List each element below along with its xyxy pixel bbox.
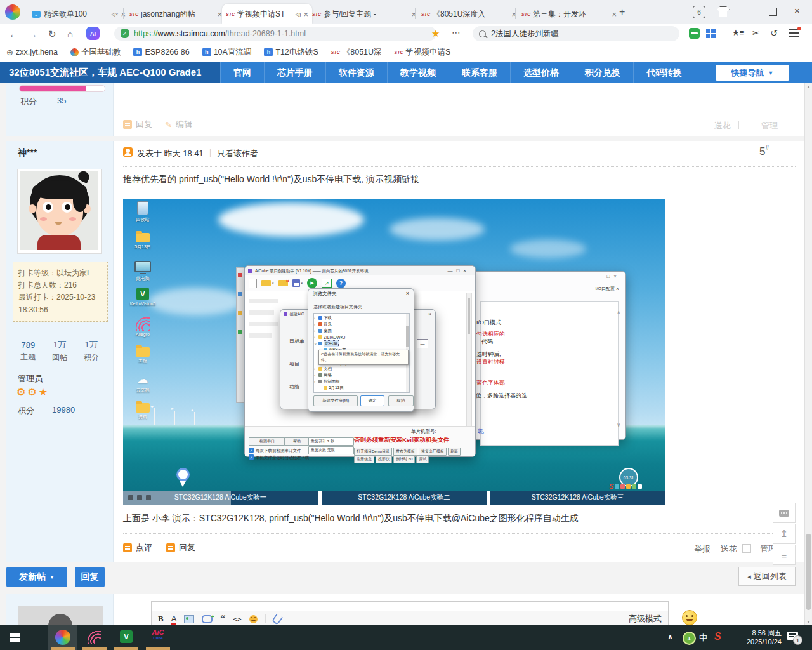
minimize-button[interactable]: — [743, 5, 752, 15]
thread-list-button[interactable]: ≡ [773, 545, 796, 565]
running-indicator [146, 647, 170, 650]
bookmark-item[interactable]: hT12电烙铁S [264, 47, 318, 58]
stat-replies[interactable]: 1万回帖 [44, 339, 76, 363]
more-actions-icon[interactable]: ⋯ [452, 27, 461, 37]
ai-assistant-icon[interactable]: AI [86, 27, 100, 40]
editor-box[interactable]: B A + “ <> 高级模式 [151, 601, 669, 625]
quote-icon[interactable]: “ [220, 616, 225, 621]
image-icon[interactable] [184, 615, 194, 623]
bookmark-star-icon[interactable]: ★ [431, 28, 440, 39]
back-to-top-button[interactable]: ↥ [773, 524, 796, 544]
manage-link[interactable]: 管理 [761, 120, 778, 131]
only-author-link[interactable]: 只看该作者 [217, 148, 258, 159]
tray-expand-icon[interactable]: ∧ [667, 633, 673, 641]
menu-icon[interactable] [789, 29, 799, 37]
manage-checkbox[interactable] [742, 544, 751, 553]
apps-grid-icon[interactable] [706, 29, 716, 38]
new-thread-button[interactable]: 发新帖▼ [6, 567, 67, 587]
emoji-laugh-icon[interactable] [682, 610, 697, 625]
manage-checkbox[interactable] [738, 121, 747, 129]
post-image-screenshot[interactable]: * * * 回收站 5月13日 此电脑 V [123, 199, 665, 505]
scissors-icon[interactable]: ✂ [752, 28, 760, 38]
reply-link[interactable]: 回复 [136, 119, 152, 130]
clock[interactable]: 8:56 周五 2025/10/24 [728, 628, 782, 646]
start-button[interactable] [10, 633, 20, 642]
author-name[interactable]: 神*** [18, 147, 37, 159]
favorites-list-icon[interactable]: ★≡ [732, 28, 744, 37]
tab-8051u[interactable]: STC 《8051U深度入 × [417, 4, 520, 24]
comments-widget-button[interactable] [773, 503, 796, 523]
url-field[interactable]: ✓ https://www.stcaimcu.com/thread-20689-… [114, 27, 436, 41]
nav-item-codeconv[interactable]: 代码转换 [633, 62, 695, 83]
tab-jasonzhang[interactable]: STC jasonzhang的帖 × [126, 4, 226, 24]
notification-icon[interactable]: 1 [787, 632, 798, 640]
close-icon[interactable]: × [217, 10, 222, 19]
close-window-button[interactable]: × [794, 5, 800, 16]
scroll-up-arrow[interactable]: ▲ [806, 84, 811, 89]
stat-points[interactable]: 1万积分 [75, 339, 107, 363]
forward-icon[interactable]: → [28, 29, 37, 39]
back-icon[interactable]: ← [9, 29, 18, 39]
underline-color-icon[interactable]: A [171, 614, 177, 625]
browser-logo-icon[interactable] [5, 4, 20, 20]
taskbar-app-browser[interactable] [48, 625, 77, 650]
back-to-list-button[interactable]: ◂ 返回列表 [738, 567, 796, 586]
bookmark-item[interactable]: hESP8266 86 [133, 48, 189, 56]
nav-item-software[interactable]: 软件资源 [325, 62, 387, 83]
nav-item-pricing[interactable]: 选型价格 [510, 62, 572, 83]
mail-icon[interactable] [689, 28, 700, 39]
avatar[interactable] [17, 169, 102, 254]
nav-item-points[interactable]: 积分兑换 [572, 62, 633, 83]
search-box[interactable]: 2法国人徒步到新疆 [473, 26, 679, 41]
reload-icon[interactable]: ↻ [48, 29, 56, 40]
scroll-down-arrow[interactable]: ▼ [806, 620, 811, 624]
taskbar-app-aicube[interactable]: AiC Cube [143, 625, 173, 650]
nav-item-official[interactable]: 官网 [220, 62, 264, 83]
edit-link[interactable]: 编辑 [176, 119, 192, 130]
home-icon[interactable]: ⌂ [67, 29, 73, 39]
comment-link[interactable]: 点评 [136, 542, 152, 554]
audio-muted-icon[interactable]: ◁× [112, 11, 119, 17]
page-scrollbar[interactable]: ▲ ▼ [804, 83, 812, 625]
advanced-mode-link[interactable]: 高级模式 [629, 613, 662, 625]
stat-threads[interactable]: 789主题 [13, 340, 44, 362]
close-icon[interactable]: × [303, 10, 308, 19]
bold-icon[interactable]: B [158, 614, 164, 624]
ime-indicator[interactable]: 中 [699, 632, 707, 644]
security-shield-icon[interactable]: ✓ [121, 29, 129, 38]
reply-link[interactable]: 回复 [179, 542, 195, 554]
taskbar-app-keil[interactable]: V [112, 625, 141, 650]
bookmark-item[interactable]: STC《8051U深 [331, 47, 382, 58]
bookmark-item[interactable]: h10A直流调 [202, 47, 252, 58]
bookmark-item[interactable]: STC学视频申请S [395, 47, 451, 58]
reply-button[interactable]: 回复 [75, 567, 105, 587]
nav-item-videos[interactable]: 教学视频 [387, 62, 449, 83]
attachment-icon[interactable] [271, 613, 282, 625]
tab-music[interactable]: ᴗ 精选歌单100 ◁× × [28, 4, 129, 24]
tab-current[interactable]: STC 学视频申请ST ◁) × [222, 4, 312, 24]
wps-tray-icon[interactable]: S [714, 631, 721, 642]
code-icon[interactable]: <> [233, 615, 241, 623]
nav-item-support[interactable]: 联系客服 [449, 62, 510, 83]
smiley-icon[interactable] [249, 615, 258, 623]
maximize-button[interactable] [769, 8, 777, 16]
undo-icon[interactable]: ↺ [770, 28, 778, 38]
tab-episode3[interactable]: STC 第三集：开发环 × [518, 4, 620, 24]
bookmark-item[interactable]: ⊕zxx.jyt.hena [6, 48, 58, 57]
bookmark-item[interactable]: 全国基础教 [70, 47, 121, 58]
new-tab-button[interactable]: + [619, 6, 625, 18]
quick-nav-button[interactable]: 快捷导航▼ [716, 65, 789, 81]
tab-count-box[interactable]: 6 [693, 6, 705, 18]
flower-link[interactable]: 送花 [721, 543, 737, 555]
taskbar-app-allegro[interactable] [80, 625, 109, 650]
tab-reply-topic[interactable]: STC 参与/回复主题 - × [308, 4, 420, 24]
nav-item-datasheet[interactable]: 芯片手册 [264, 62, 325, 83]
shirt-icon[interactable] [717, 6, 730, 17]
scrollbar-thumb[interactable] [806, 534, 811, 610]
link-icon[interactable]: + [202, 615, 213, 623]
safety-tray-icon[interactable]: + [683, 632, 696, 645]
report-link[interactable]: 举报 [694, 543, 710, 555]
flower-link[interactable]: 送花 [714, 120, 731, 131]
audio-playing-icon[interactable]: ◁) [296, 11, 301, 17]
close-icon[interactable]: × [612, 10, 617, 19]
